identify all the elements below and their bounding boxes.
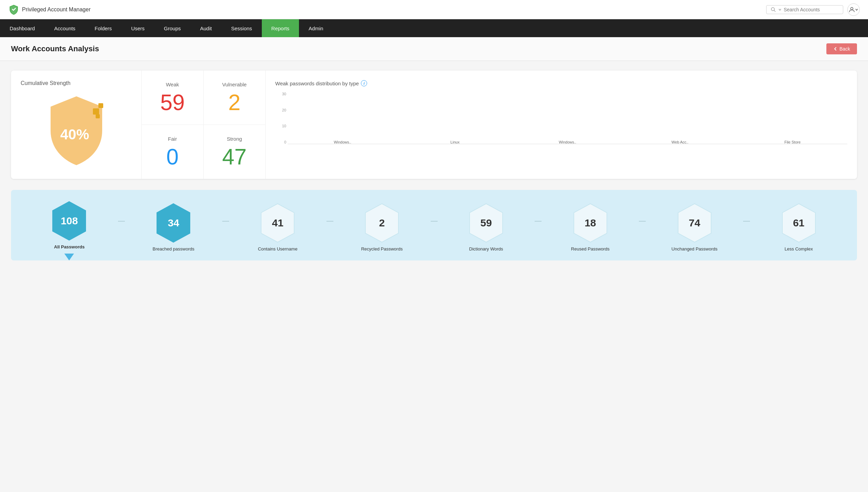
hex-item-0[interactable]: 108All Passwords [21,201,118,260]
chart-card: Weak passwords distribution by type i 30… [266,71,857,179]
svg-point-0 [771,8,774,11]
weak-label: Weak [166,82,179,87]
nav-item-folders[interactable]: Folders [85,19,121,37]
bottom-section: 108All Passwords 34Breached passwords 41… [11,190,857,260]
hex-item-7[interactable]: 61Less Complex [750,203,847,258]
chart-baseline [288,144,847,144]
stat-fair: Fair 0 [142,125,204,179]
cumulative-strength-card: Cumulative Strength 40% [11,71,142,179]
hex-label-5: Reused Passwords [571,246,610,258]
weak-value: 59 [160,92,185,114]
svg-rect-3 [93,108,99,115]
nav-item-users[interactable]: Users [121,19,154,37]
nav-item-admin[interactable]: Admin [299,19,333,37]
hex-label-6: Unchanged Passwords [672,246,718,258]
bar-chart: 30 20 10 0 Windows.. Linux [275,92,847,154]
chevron-left-icon [833,47,837,51]
hex-label-4: Dictionary Words [469,246,503,258]
stats-grid: Weak 59 Vulnerable 2 Fair 0 Strong 47 [142,71,266,179]
nav-item-accounts[interactable]: Accounts [44,19,85,37]
main-content: Cumulative Strength 40% Weak 59 [0,61,868,270]
hex-value-1: 34 [168,217,179,229]
nav-bar: Dashboard Accounts Folders Users Groups … [0,19,868,37]
vulnerable-value: 2 [228,92,240,114]
top-cards: Cumulative Strength 40% Weak 59 [11,71,857,179]
hex-connector-5 [639,221,646,222]
nav-item-audit[interactable]: Audit [191,19,222,37]
hex-value-2: 41 [272,217,283,229]
hex-value-4: 59 [480,217,492,229]
hex-item-5[interactable]: 18Reused Passwords [542,203,639,258]
svg-line-1 [774,10,775,12]
nav-item-groups[interactable]: Groups [154,19,190,37]
page-header: Work Accounts Analysis Back [0,37,868,61]
app-title: Privileged Account Manager [22,7,90,13]
shield-chart: 40% [42,93,111,169]
chevron-down-icon [778,8,782,11]
info-icon: i [361,80,367,86]
hex-item-2[interactable]: 41Contains Username [229,203,326,258]
bars-container: Windows.. Linux Windows.. Web Acc.. [288,92,847,144]
strong-value: 47 [222,146,247,168]
hex-item-6[interactable]: 74Unchanged Passwords [646,203,743,258]
hex-indicator [64,254,74,260]
fair-label: Fair [168,136,177,142]
hex-value-5: 18 [585,217,596,229]
app-header: Privileged Account Manager [0,0,868,19]
hex-label-3: Recycled Passwords [361,246,403,258]
hex-connector-4 [535,221,542,222]
stat-weak: Weak 59 [142,71,204,125]
hex-row: 108All Passwords 34Breached passwords 41… [21,201,847,260]
page-title: Work Accounts Analysis [11,44,99,53]
hex-item-1[interactable]: 34Breached passwords [125,203,222,258]
strong-label: Strong [227,136,242,142]
hex-value-3: 2 [379,217,385,229]
fair-value: 0 [166,146,179,168]
hex-label-7: Less Complex [784,246,813,258]
svg-rect-5 [96,114,100,118]
user-icon [849,7,855,13]
shield-container: 40% [21,92,132,169]
bar-group-windows1: Windows.. [288,138,397,144]
back-button[interactable]: Back [826,43,857,54]
search-input[interactable] [784,7,839,12]
hex-item-3[interactable]: 2Recycled Passwords [333,203,431,258]
hex-connector-1 [222,221,229,222]
user-menu-button[interactable] [847,3,860,16]
search-icon [771,7,776,12]
hex-item-4[interactable]: 59Dictionary Words [438,203,535,258]
hex-value-0: 108 [61,215,78,227]
cumulative-title: Cumulative Strength [21,80,132,86]
svg-text:40%: 40% [60,126,89,142]
hex-value-7: 61 [793,217,804,229]
search-bar[interactable] [766,5,843,14]
bar-group-webacc: Web Acc.. [625,138,735,144]
hex-connector-3 [431,221,438,222]
bar-group-linux: Linux [400,138,510,144]
nav-item-reports[interactable]: Reports [262,19,299,37]
chevron-down-icon [855,8,858,11]
hex-connector-0 [118,221,125,222]
hex-connector-6 [743,221,750,222]
logo-icon [8,4,19,15]
svg-point-2 [851,7,853,10]
bar-group-filestore: File Store [738,138,847,144]
vulnerable-label: Vulnerable [222,82,247,87]
stat-strong: Strong 47 [204,125,266,179]
stat-vulnerable: Vulnerable 2 [204,71,266,125]
hex-value-6: 74 [689,217,700,229]
hex-connector-2 [326,221,333,222]
app-logo: Privileged Account Manager [8,4,90,15]
chart-title: Weak passwords distribution by type i [275,80,847,86]
bar-group-windows2: Windows.. [513,138,622,144]
nav-item-dashboard[interactable]: Dashboard [0,19,44,37]
y-axis: 30 20 10 0 [275,92,286,144]
svg-rect-4 [98,103,103,108]
hex-label-2: Contains Username [258,246,298,258]
nav-item-sessions[interactable]: Sessions [222,19,262,37]
hex-label-1: Breached passwords [153,246,194,258]
header-right [766,3,860,16]
